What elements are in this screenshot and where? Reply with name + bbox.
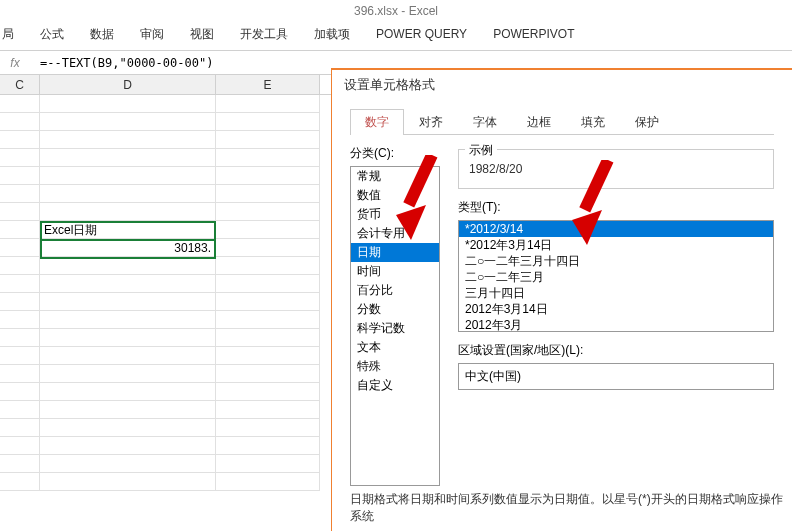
- cell[interactable]: [216, 131, 320, 149]
- dialog-tab-number[interactable]: 数字: [350, 109, 404, 135]
- col-header-e[interactable]: E: [216, 75, 320, 94]
- type-item[interactable]: *2012/3/14: [459, 221, 773, 237]
- cell[interactable]: [40, 329, 216, 347]
- cell[interactable]: [40, 167, 216, 185]
- cell[interactable]: [0, 167, 40, 185]
- cell[interactable]: [216, 167, 320, 185]
- ribbon-tab-layout[interactable]: 局: [0, 26, 16, 43]
- ribbon-tab-review[interactable]: 审阅: [138, 26, 166, 43]
- type-item[interactable]: 2012年3月: [459, 317, 773, 332]
- cell-value[interactable]: 30183.: [40, 239, 216, 257]
- cell[interactable]: [0, 203, 40, 221]
- cell[interactable]: [40, 257, 216, 275]
- cell[interactable]: [40, 113, 216, 131]
- cell[interactable]: [40, 383, 216, 401]
- cell[interactable]: [216, 419, 320, 437]
- ribbon-tab-view[interactable]: 视图: [188, 26, 216, 43]
- cell[interactable]: [216, 203, 320, 221]
- cell[interactable]: [40, 185, 216, 203]
- cell[interactable]: [0, 329, 40, 347]
- category-special[interactable]: 特殊: [351, 357, 439, 376]
- category-accounting[interactable]: 会计专用: [351, 224, 439, 243]
- cell[interactable]: [216, 383, 320, 401]
- cell[interactable]: [216, 257, 320, 275]
- cell[interactable]: [216, 149, 320, 167]
- col-header-d[interactable]: D: [40, 75, 216, 94]
- cell[interactable]: [216, 329, 320, 347]
- cell[interactable]: [0, 275, 40, 293]
- locale-select[interactable]: 中文(中国): [458, 363, 774, 390]
- cell[interactable]: Excel日期: [40, 221, 216, 239]
- cell[interactable]: [0, 473, 40, 491]
- cell[interactable]: [40, 95, 216, 113]
- dialog-tab-protection[interactable]: 保护: [620, 109, 674, 135]
- cell[interactable]: [0, 185, 40, 203]
- category-percentage[interactable]: 百分比: [351, 281, 439, 300]
- type-item[interactable]: *2012年3月14日: [459, 237, 773, 253]
- cell[interactable]: [0, 365, 40, 383]
- cell[interactable]: [0, 221, 40, 239]
- cell[interactable]: [216, 473, 320, 491]
- cell[interactable]: [216, 365, 320, 383]
- cell[interactable]: [40, 419, 216, 437]
- category-scientific[interactable]: 科学记数: [351, 319, 439, 338]
- dialog-tab-fill[interactable]: 填充: [566, 109, 620, 135]
- cell[interactable]: [216, 347, 320, 365]
- cell[interactable]: [216, 221, 320, 239]
- category-time[interactable]: 时间: [351, 262, 439, 281]
- cell[interactable]: [40, 149, 216, 167]
- cell[interactable]: [40, 293, 216, 311]
- cell[interactable]: [0, 383, 40, 401]
- cell[interactable]: [40, 275, 216, 293]
- type-item[interactable]: 二○一二年三月: [459, 269, 773, 285]
- cell[interactable]: [40, 455, 216, 473]
- cell[interactable]: [40, 347, 216, 365]
- cell[interactable]: [0, 401, 40, 419]
- ribbon-tab-powerquery[interactable]: POWER QUERY: [374, 27, 469, 41]
- dialog-tab-font[interactable]: 字体: [458, 109, 512, 135]
- cell[interactable]: [216, 455, 320, 473]
- cell[interactable]: [0, 149, 40, 167]
- cell[interactable]: [216, 293, 320, 311]
- category-date[interactable]: 日期: [351, 243, 439, 262]
- ribbon-tab-formulas[interactable]: 公式: [38, 26, 66, 43]
- cell[interactable]: [0, 437, 40, 455]
- cell[interactable]: [0, 455, 40, 473]
- ribbon-tab-data[interactable]: 数据: [88, 26, 116, 43]
- type-list[interactable]: *2012/3/14 *2012年3月14日 二○一二年三月十四日 二○一二年三…: [458, 220, 774, 332]
- cell[interactable]: [0, 311, 40, 329]
- cell[interactable]: [216, 185, 320, 203]
- cell[interactable]: [0, 347, 40, 365]
- cell[interactable]: [0, 95, 40, 113]
- cell[interactable]: [40, 203, 216, 221]
- category-list[interactable]: 常规 数值 货币 会计专用 日期 时间 百分比 分数 科学记数 文本 特殊 自定…: [350, 166, 440, 486]
- cell[interactable]: [216, 95, 320, 113]
- category-fraction[interactable]: 分数: [351, 300, 439, 319]
- type-item[interactable]: 二○一二年三月十四日: [459, 253, 773, 269]
- category-number[interactable]: 数值: [351, 186, 439, 205]
- cell[interactable]: [0, 419, 40, 437]
- cell[interactable]: [0, 239, 40, 257]
- cell[interactable]: [0, 131, 40, 149]
- cell[interactable]: [216, 437, 320, 455]
- cell[interactable]: [216, 239, 320, 257]
- cell[interactable]: [216, 275, 320, 293]
- cell[interactable]: [216, 113, 320, 131]
- type-item[interactable]: 2012年3月14日: [459, 301, 773, 317]
- ribbon-tab-addins[interactable]: 加载项: [312, 26, 352, 43]
- cell[interactable]: [40, 473, 216, 491]
- cell[interactable]: [40, 311, 216, 329]
- cell[interactable]: [0, 257, 40, 275]
- cell[interactable]: [40, 401, 216, 419]
- fx-icon[interactable]: fx: [0, 56, 30, 70]
- dialog-tab-border[interactable]: 边框: [512, 109, 566, 135]
- cell[interactable]: [216, 401, 320, 419]
- category-custom[interactable]: 自定义: [351, 376, 439, 395]
- type-item[interactable]: 三月十四日: [459, 285, 773, 301]
- category-text[interactable]: 文本: [351, 338, 439, 357]
- category-currency[interactable]: 货币: [351, 205, 439, 224]
- col-header-c[interactable]: C: [0, 75, 40, 94]
- ribbon-tab-devtools[interactable]: 开发工具: [238, 26, 290, 43]
- cell[interactable]: [40, 437, 216, 455]
- dialog-tab-alignment[interactable]: 对齐: [404, 109, 458, 135]
